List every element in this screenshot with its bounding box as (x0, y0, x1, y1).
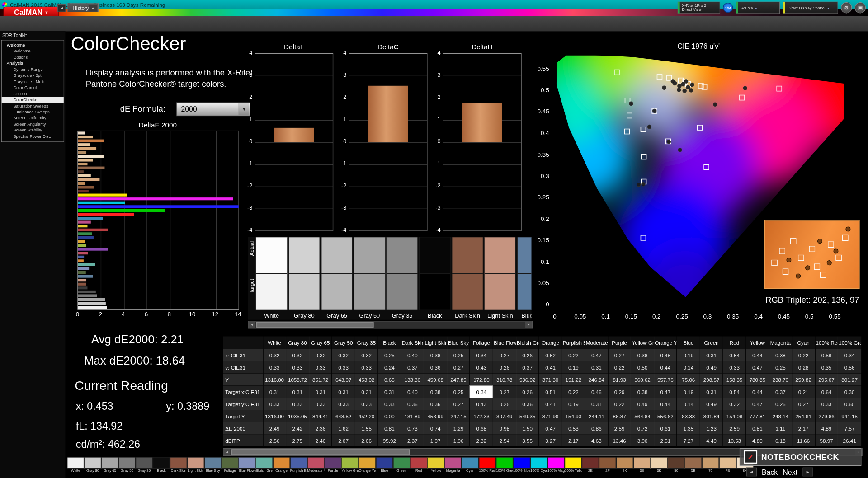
table-cell[interactable]: 1316.00 (263, 410, 286, 422)
table-cell[interactable]: 0.86 (585, 422, 608, 434)
table-cell[interactable]: 0.48 (654, 349, 677, 361)
display-control-dropdown[interactable]: Direct Display Control ▾ (783, 2, 838, 14)
table-cell[interactable]: 0.38 (631, 349, 654, 361)
sidebar-item-screen-uniformity[interactable]: Screen Uniformity (2, 115, 64, 121)
table-cell[interactable]: 0.41 (539, 398, 562, 410)
table-cell[interactable]: 844.41 (309, 410, 332, 422)
source-dropdown[interactable]: Source ▾ (736, 2, 780, 14)
swatch-column[interactable]: Gray 50 (354, 237, 385, 320)
table-cell[interactable]: 4.89 (815, 422, 838, 434)
sidebar-item-dynamic-range[interactable]: Dynamic Range (2, 66, 64, 72)
table-cell[interactable]: 0.19 (562, 398, 585, 410)
table-cell[interactable]: 0.31 (332, 385, 355, 398)
table-cell[interactable]: 0.19 (677, 385, 700, 398)
table-cell[interactable]: 780.85 (746, 374, 769, 386)
patch-chip[interactable]: Yellow Green (342, 457, 359, 473)
patch-chip[interactable]: Purple (325, 457, 342, 473)
table-cell[interactable]: 0.31 (700, 349, 723, 361)
table-cell[interactable]: 0.81 (746, 422, 769, 434)
patch-chip[interactable]: 7B (719, 457, 736, 473)
patch-chip[interactable]: 2F (599, 457, 616, 473)
table-cell[interactable]: 151.22 (562, 374, 585, 386)
table-cell[interactable]: 0.27 (493, 349, 516, 361)
table-cell[interactable]: 0.73 (401, 422, 424, 434)
next-arrow-icon[interactable]: ► (802, 468, 813, 477)
table-cell[interactable]: 11.66 (792, 434, 815, 446)
sidebar-item-grayscale-multi[interactable]: Grayscale - Multi (2, 79, 64, 84)
patch-chip[interactable]: Moderate Red (307, 457, 325, 473)
table-cell[interactable]: 0.33 (309, 398, 332, 410)
table-cell[interactable]: 83.33 (677, 410, 700, 422)
patch-chip[interactable]: 3E (633, 457, 651, 473)
de-formula-select[interactable]: 2000 ▼ (176, 103, 250, 117)
table-cell[interactable]: 0.50 (631, 361, 654, 374)
table-cell[interactable]: 0.68 (470, 422, 493, 434)
table-cell[interactable]: 1.55 (355, 422, 378, 434)
table-cell[interactable]: 246.84 (585, 374, 608, 386)
table-cell[interactable]: 0.30 (838, 385, 861, 398)
table-cell[interactable]: 1.62 (332, 422, 355, 434)
table-cell[interactable]: 0.25 (447, 385, 470, 398)
table-cell[interactable]: 0.26 (516, 385, 539, 398)
table-cell[interactable]: 154.08 (723, 410, 746, 422)
table-cell[interactable]: 0.25 (447, 349, 470, 361)
table-cell[interactable]: 458.99 (424, 410, 447, 422)
table-cell[interactable]: 0.36 (424, 398, 447, 410)
table-cell[interactable]: 0.22 (608, 361, 631, 374)
patch-chip[interactable]: 3K (651, 457, 668, 473)
table-cell[interactable]: 10.53 (723, 434, 746, 446)
table-cell[interactable]: 1.50 (516, 422, 539, 434)
patch-chip[interactable]: 50 (668, 457, 685, 473)
table-cell[interactable]: 3.55 (516, 434, 539, 446)
table-cell[interactable]: 0.47 (746, 361, 769, 374)
table-cell[interactable]: 0.27 (493, 385, 516, 398)
table-cell[interactable]: 4.49 (700, 434, 723, 446)
table-cell[interactable]: 2.49 (263, 422, 286, 434)
sidebar-collapse-button[interactable]: ◄ (57, 4, 66, 12)
table-cell[interactable]: 0.32 (723, 398, 746, 410)
sidebar-item-colorchecker[interactable]: ColorChecker (2, 97, 64, 103)
tree-section[interactable]: Welcome (2, 42, 64, 48)
table-cell[interactable]: 0.52 (539, 349, 562, 361)
tree-section[interactable]: Analysis (2, 60, 64, 66)
table-cell[interactable]: 0.43 (470, 361, 493, 374)
table-cell[interactable]: 0.38 (424, 385, 447, 398)
table-cell[interactable]: 307.49 (493, 410, 516, 422)
table-cell[interactable]: 4.80 (746, 434, 769, 446)
table-cell[interactable]: 371.30 (539, 374, 562, 386)
patch-chip[interactable]: Light Skin (187, 457, 204, 473)
table-cell[interactable]: 0.49 (700, 361, 723, 374)
patch-chip[interactable]: Magenta (444, 457, 462, 473)
table-cell[interactable]: 0.34 (470, 385, 493, 398)
table-cell[interactable]: 0.00 (378, 410, 401, 422)
table-cell[interactable]: 0.44 (654, 398, 677, 410)
swatch-scrollbar[interactable]: ◄ ► (248, 321, 533, 328)
table-cell[interactable]: 0.54 (723, 349, 746, 361)
table-cell[interactable]: 0.36 (424, 361, 447, 374)
table-cell[interactable]: 0.25 (493, 398, 516, 410)
table-cell[interactable]: 238.70 (769, 374, 792, 386)
table-cell[interactable]: 0.37 (401, 361, 424, 374)
table-cell[interactable]: 0.33 (355, 398, 378, 410)
table-cell[interactable]: 0.47 (654, 385, 677, 398)
table-cell[interactable]: 2.32 (470, 434, 493, 446)
table-cell[interactable]: 298.57 (700, 374, 723, 386)
table-cell[interactable]: 0.60 (838, 398, 861, 410)
table-cell[interactable]: 0.37 (769, 385, 792, 398)
table-cell[interactable]: 0.33 (286, 361, 309, 374)
swatch-column[interactable]: Gray 80 (288, 237, 320, 320)
table-cell[interactable]: 2.56 (263, 434, 286, 446)
patch-chip[interactable]: 100% Cyan (530, 457, 547, 473)
table-cell[interactable]: 0.26 (516, 349, 539, 361)
table-cell[interactable]: 0.31 (286, 385, 309, 398)
table-cell[interactable]: 88.87 (608, 410, 631, 422)
table-cell[interactable]: 0.81 (378, 422, 401, 434)
table-cell[interactable]: 2.07 (332, 434, 355, 446)
table-cell[interactable]: 1.23 (700, 422, 723, 434)
table-cell[interactable]: 564.84 (631, 410, 654, 422)
table-cell[interactable]: 0.54 (723, 385, 746, 398)
table-cell[interactable]: 648.52 (332, 410, 355, 422)
table-cell[interactable]: 851.72 (309, 374, 332, 386)
sidebar-item-screen-stability[interactable]: Screen Stability (2, 127, 64, 133)
table-cell[interactable]: 0.19 (562, 361, 585, 374)
